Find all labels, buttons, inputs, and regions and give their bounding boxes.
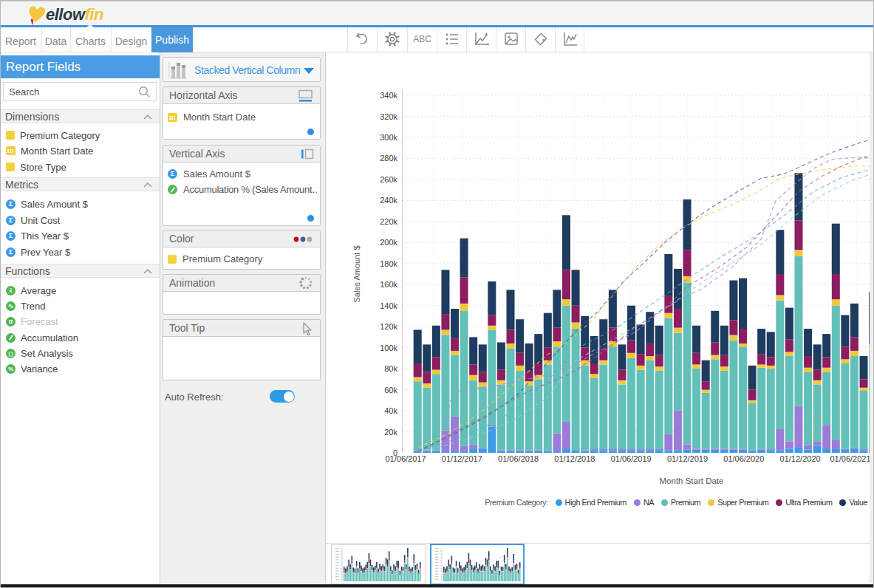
svg-text:Sales Amount $: Sales Amount $ [352,245,361,302]
svg-text:100k: 100k [380,343,397,352]
svg-text:260k: 260k [380,175,397,184]
svg-text:01/06/2021: 01/06/2021 [830,454,870,463]
svg-text:120k: 120k [380,322,397,331]
svg-text:01/12/2018: 01/12/2018 [554,454,595,463]
svg-text:320k: 320k [380,112,397,121]
svg-text:220k: 220k [380,217,397,226]
svg-text:40k: 40k [384,406,397,415]
svg-text:160k: 160k [380,280,397,289]
svg-text:01/12/2017: 01/12/2017 [442,454,482,463]
svg-text:01/06/2020: 01/06/2020 [723,454,764,463]
svg-text:180k: 180k [380,259,397,268]
svg-text:01/06/2017: 01/06/2017 [385,454,426,463]
svg-text:01/12/2020: 01/12/2020 [780,454,821,463]
svg-text:280k: 280k [380,154,397,163]
svg-text:Month Start Date: Month Start Date [660,476,724,485]
svg-text:200k: 200k [380,238,397,247]
svg-text:20k: 20k [384,428,397,437]
svg-text:01/06/2018: 01/06/2018 [498,454,539,463]
svg-text:340k: 340k [380,91,397,100]
svg-text:80k: 80k [384,364,397,373]
svg-text:01/06/2019: 01/06/2019 [611,454,652,463]
svg-text:300k: 300k [380,133,397,142]
svg-text:01/12/2019: 01/12/2019 [667,454,708,463]
svg-text:140k: 140k [380,301,397,310]
svg-text:60k: 60k [384,386,397,394]
svg-text:240k: 240k [380,196,397,205]
